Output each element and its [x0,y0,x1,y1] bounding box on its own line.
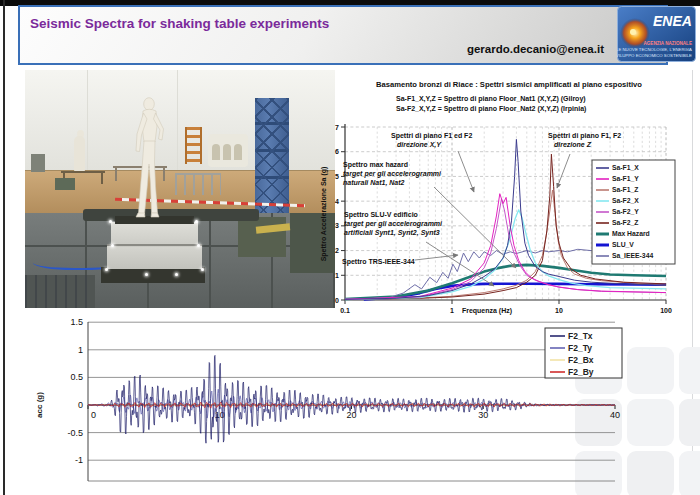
led-light [175,273,178,276]
svg-text:3: 3 [335,222,339,229]
svg-text:F2_Ty: F2_Ty [568,343,592,353]
svg-text:Spettri di piano F1, F2: Spettri di piano F1, F2 [548,132,621,140]
svg-text:Spettro SLU-V edificio: Spettro SLU-V edificio [344,211,418,219]
photo-shaking-table-lab [25,70,335,308]
svg-text:0: 0 [335,297,339,304]
spectra-annotations: Spettri di piano F1 ed F2direzione X,YSp… [342,132,621,286]
svg-text:40: 40 [610,410,620,420]
svg-text:0: 0 [78,400,83,410]
svg-text:F2_Tx: F2_Tx [568,331,593,341]
distant-statue [74,136,85,172]
svg-text:F2_By: F2_By [568,367,594,377]
spectra-ylabel: Spettro Accelerazione Sa (g) [320,167,328,262]
equipment-rack [31,154,45,172]
header-banner: Seismic Spectra for shaking table experi… [18,5,668,65]
arch-opening [234,144,242,160]
svg-text:Spettro TRS-IEEE-344: Spettro TRS-IEEE-344 [342,258,415,266]
svg-text:direzione X,Y: direzione X,Y [397,141,442,149]
svg-text:artificiali Synt1, Synt2, Synt: artificiali Synt1, Synt2, Synt3 [344,229,440,237]
led-light [197,244,200,247]
timeseries-chart: 1.510.50-0.5-1010203040 F2_TxF2_TyF2_BxF… [28,310,692,495]
svg-text:1: 1 [78,345,83,355]
svg-text:Sa-F2_Z: Sa-F2_Z [612,219,638,226]
marble-block [107,245,202,269]
arch-opening [223,144,231,160]
timeseries-ylabel: acc (g) [35,392,44,418]
svg-text:1: 1 [335,272,339,279]
concrete-block [238,217,286,257]
svg-text:1.5: 1.5 [70,317,83,327]
svg-text:Sa-F1_Z: Sa-F1_Z [612,186,638,193]
storage-box [55,178,75,190]
work-table [61,171,105,173]
svg-text:5: 5 [335,173,339,180]
svg-text:0.5: 0.5 [70,372,83,382]
led-light [201,268,204,271]
spectra-subtitle-2: Sa-F2_X,Y,Z = Spettro di piano Floor_Nat… [396,105,586,113]
logo-tagline-2: PER LE NUOVE TECNOLOGIE, L'ENERGIA [617,47,692,52]
spectra-legend: Sa-F1_XSa-F1_YSa-F1_ZSa-F2_XSa-F2_YSa-F2… [592,160,675,264]
svg-text:6: 6 [335,148,339,155]
svg-text:target per gli accelerogrammi: target per gli accelerogrammi [344,220,443,228]
led-light [105,268,108,271]
slide: { "slide": { "title": "Seismic Spectra f… [0,0,700,495]
wall-seam [177,70,178,170]
svg-text:2: 2 [335,247,339,254]
led-light [109,220,112,223]
svg-text:naturali Nat1, Nat2: naturali Nat1, Nat2 [343,179,405,187]
arch-opening [212,144,220,160]
statue [124,96,172,222]
flame-core-icon [630,29,636,35]
svg-text:Spettri di piano F1 ed F2: Spettri di piano F1 ed F2 [391,132,472,140]
table-leg [115,168,117,181]
base-plate [101,267,205,283]
svg-text:direzione Z: direzione Z [554,141,592,148]
svg-text:-1: -1 [75,455,83,465]
led-light [111,244,114,247]
wall-seam [87,70,88,170]
ladder [185,127,202,164]
logo-tagline-3: E LO SVILUPPO ECONOMICO SOSTENIBILE [617,53,692,58]
floor-grating [25,275,95,308]
logo-wordmark: ENEA [653,13,692,29]
svg-text:Sa_IEEE-344: Sa_IEEE-344 [612,252,653,259]
svg-text:Sa-F2_Y: Sa-F2_Y [612,208,639,215]
svg-text:target per gli accelerogrammi: target per gli accelerogrammi [343,170,442,178]
spectra-title: Basamento bronzi di Riace : Spettri sism… [376,80,642,89]
author-email: gerardo.decanio@enea.it [467,43,604,55]
svg-text:0: 0 [91,410,96,420]
svg-text:F2_Bx: F2_Bx [568,355,594,365]
timeseries-series [88,355,615,443]
logo-tagline-1: AGENZIA NAZIONALE [643,41,692,46]
svg-text:4: 4 [335,198,339,205]
slide-title: Seismic Spectra for shaking table experi… [30,16,329,31]
spectra-subtitle-1: Sa-F1_X,Y,Z = Spettro di piano Floor_Nat… [396,95,586,103]
svg-text:Sa-F1_Y: Sa-F1_Y [612,175,639,182]
svg-text:Sa-F2_X: Sa-F2_X [612,197,639,204]
left-border-line [3,0,5,495]
block-joint [107,244,202,246]
svg-text:SLU_V: SLU_V [612,241,634,248]
timeseries-legend: F2_TxF2_TyF2_BxF2_By [545,328,622,378]
led-light [195,220,198,223]
spectra-chart: Basamento bronzi di Riace : Spettri sism… [316,74,700,322]
enea-logo: ENEA AGENZIA NAZIONALE PER LE NUOVE TECN… [617,6,696,62]
svg-text:-0.5: -0.5 [67,428,83,438]
led-light [145,273,148,276]
svg-text:7: 7 [335,124,339,131]
safety-barrier [175,173,221,195]
svg-text:Sa-F1_X: Sa-F1_X [612,164,639,171]
table-leg [101,173,103,184]
svg-text:Max Hazard: Max Hazard [612,230,650,237]
svg-text:Spettro max hazard: Spettro max hazard [343,161,408,169]
